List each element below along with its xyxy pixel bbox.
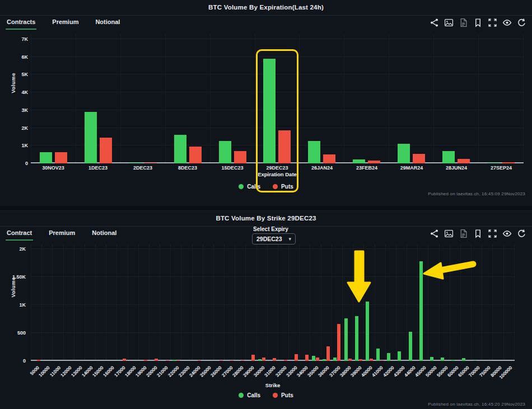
bar-calls-39000[interactable] — [355, 316, 358, 361]
bar-calls-60000[interactable] — [451, 360, 455, 361]
bar-puts-17000[interactable] — [123, 359, 126, 361]
published-note: Published on laevitas.ch, 16:45:20 29Nov… — [428, 402, 525, 407]
bar-calls-30000[interactable] — [258, 359, 262, 361]
bar-calls-44000[interactable] — [409, 332, 412, 361]
bar-puts-28JUN24[interactable] — [458, 159, 470, 163]
bar-puts-5000[interactable] — [37, 360, 40, 361]
eye-icon[interactable] — [502, 229, 512, 238]
refresh-icon[interactable] — [517, 18, 526, 27]
bar-puts-41000[interactable] — [380, 360, 384, 361]
bar-puts-36000[interactable] — [326, 346, 330, 361]
bar-calls-38000[interactable] — [344, 318, 348, 361]
legend-item-puts[interactable]: Puts — [273, 392, 293, 398]
bar-calls-40000[interactable] — [366, 302, 369, 361]
select-expiry-dropdown[interactable]: Select Expiry 29DEC23 ▾ — [252, 226, 296, 245]
legend-item-calls[interactable]: Calls — [239, 392, 260, 398]
bar-puts-40000[interactable] — [370, 359, 373, 361]
bar-calls-41000[interactable] — [376, 349, 380, 361]
bar-calls-35000[interactable] — [312, 356, 315, 361]
bar-calls-27SEP24[interactable] — [487, 163, 500, 163]
bar-calls-43000[interactable] — [398, 351, 401, 361]
bar-calls-65000[interactable] — [462, 358, 465, 361]
share-icon[interactable] — [430, 229, 439, 238]
bar-puts-34000[interactable] — [305, 355, 309, 361]
bar-puts-20000[interactable] — [155, 359, 158, 361]
x-tick-label: 34000 — [296, 365, 309, 378]
bar-puts-35000[interactable] — [316, 358, 319, 361]
bar-puts-22000[interactable] — [176, 360, 180, 361]
bar-puts-26JAN24[interactable] — [323, 154, 335, 163]
bar-puts-39000[interactable] — [359, 359, 362, 361]
tab-notional[interactable]: Notional — [91, 228, 118, 241]
tab-premium[interactable]: Premium — [51, 17, 80, 30]
refresh-icon[interactable] — [517, 229, 526, 238]
category-23000 — [181, 243, 192, 361]
bar-calls-29DEC23[interactable] — [263, 59, 276, 163]
bar-calls-28JUN24[interactable] — [442, 151, 455, 163]
bar-calls-29MAR24[interactable] — [398, 144, 410, 163]
category-40000 — [364, 243, 375, 361]
bar-calls-30NOV23[interactable] — [40, 152, 52, 163]
select-expiry-label: Select Expiry — [253, 226, 296, 232]
category-11000 — [53, 243, 63, 361]
tab-premium[interactable]: Premium — [48, 228, 76, 241]
share-icon[interactable] — [430, 18, 439, 27]
bar-puts-31000[interactable] — [273, 358, 276, 361]
bar-calls-26JAN24[interactable] — [308, 141, 320, 163]
bar-puts-37000[interactable] — [337, 324, 340, 361]
bar-puts-27SEP24[interactable] — [502, 162, 515, 163]
bar-calls-22000[interactable] — [172, 360, 176, 361]
bar-puts-30000[interactable] — [262, 358, 265, 361]
image-icon[interactable] — [444, 18, 454, 27]
legend-item-puts[interactable]: Puts — [273, 184, 293, 190]
bar-puts-19000[interactable] — [144, 360, 147, 361]
x-tick-label: 2DEC23 — [120, 165, 165, 171]
bar-puts-24000[interactable] — [198, 360, 201, 361]
bar-puts-8DEC23[interactable] — [189, 147, 202, 163]
bar-puts-30NOV23[interactable] — [55, 152, 67, 163]
bookmark-icon[interactable] — [473, 18, 483, 27]
bar-calls-55000[interactable] — [441, 358, 444, 361]
bar-calls-36000[interactable] — [323, 359, 326, 361]
bar-puts-29000[interactable] — [251, 355, 255, 361]
bar-puts-29MAR24[interactable] — [413, 154, 425, 163]
bar-puts-15DEC23[interactable] — [234, 151, 246, 163]
tab-notional[interactable]: Notional — [94, 17, 121, 30]
bar-calls-45000[interactable] — [419, 261, 423, 361]
bar-puts-26000[interactable] — [220, 360, 223, 361]
select-expiry-value-box[interactable]: 29DEC23 ▾ — [252, 233, 296, 245]
image-icon[interactable] — [444, 229, 454, 238]
csv-icon[interactable] — [459, 18, 468, 27]
chart-title: BTC Volume By Expiration(Last 24h) — [0, 4, 532, 11]
bar-puts-2DEC23[interactable] — [144, 163, 157, 163]
bar-puts-21000[interactable] — [166, 360, 169, 361]
bar-calls-8DEC23[interactable] — [174, 135, 186, 163]
bar-puts-28000[interactable] — [241, 360, 244, 361]
bar-puts-38000[interactable] — [348, 359, 352, 361]
bar-calls-2DEC23[interactable] — [129, 163, 142, 163]
bar-calls-37000[interactable] — [333, 358, 337, 361]
bar-calls-50000[interactable] — [430, 357, 433, 361]
bookmark-icon[interactable] — [473, 229, 483, 238]
bar-calls-15DEC23[interactable] — [219, 141, 231, 163]
fullscreen-icon[interactable] — [488, 229, 497, 238]
legend-item-calls[interactable]: Calls — [239, 184, 260, 190]
bar-puts-27000[interactable] — [230, 360, 234, 361]
bar-calls-42000[interactable] — [387, 353, 390, 361]
bar-calls-23FEB24[interactable] — [353, 159, 365, 163]
tab-contracts[interactable]: Contracts — [6, 17, 36, 30]
bar-puts-23FEB24[interactable] — [368, 161, 380, 163]
bar-calls-70000[interactable] — [473, 360, 477, 361]
bar-puts-1DEC23[interactable] — [100, 138, 112, 163]
fullscreen-icon[interactable] — [488, 18, 497, 27]
category-100000 — [504, 243, 515, 361]
bar-puts-32000[interactable] — [284, 360, 287, 361]
csv-icon[interactable] — [459, 229, 468, 238]
category-32000 — [278, 243, 289, 361]
bar-calls-1DEC23[interactable] — [85, 112, 97, 163]
category-29MAR24 — [389, 35, 434, 163]
bar-puts-33000[interactable] — [295, 354, 298, 361]
eye-icon[interactable] — [502, 18, 512, 27]
tab-contract[interactable]: Contract — [6, 228, 33, 241]
bar-puts-29DEC23[interactable] — [278, 130, 291, 163]
